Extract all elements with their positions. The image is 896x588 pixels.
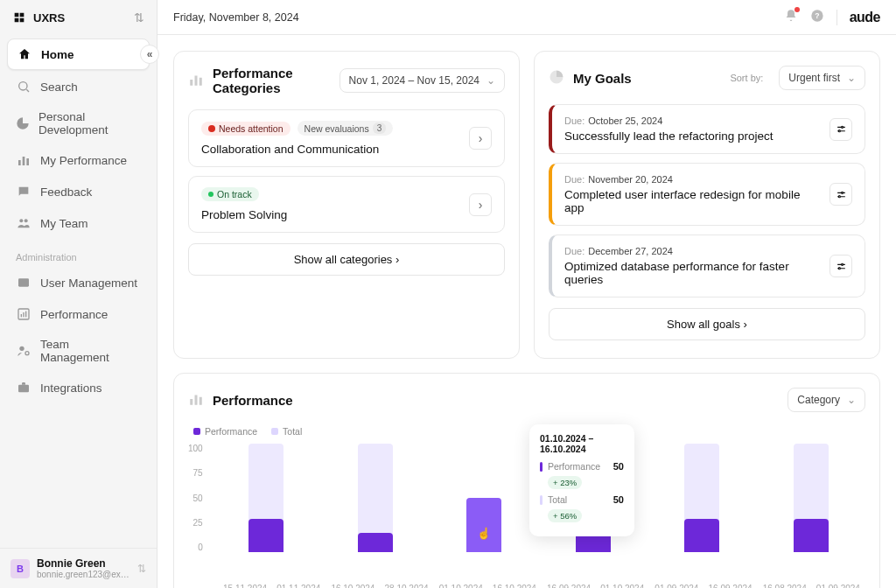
notifications-button[interactable] bbox=[784, 9, 798, 25]
nav-home[interactable]: Home « bbox=[7, 38, 150, 70]
x-tick: 16.10.2024 – 28.10.2024 bbox=[326, 584, 433, 588]
open-category-button[interactable]: › bbox=[469, 193, 492, 216]
show-all-goals-button[interactable]: Show all goals › bbox=[549, 308, 865, 340]
nav-label: Team Management bbox=[40, 338, 141, 364]
user-card[interactable]: B Bonnie Green bonnie.green123@example.c… bbox=[0, 548, 157, 588]
svg-point-22 bbox=[838, 195, 840, 197]
category-title: Collaboration and Communication bbox=[201, 143, 460, 156]
goal-item[interactable]: Due:December 27, 2024 Optimized database… bbox=[549, 234, 865, 298]
search-icon bbox=[16, 79, 32, 94]
nav-admin-heading: Administration bbox=[7, 240, 150, 268]
bar-total bbox=[794, 444, 829, 552]
chevron-updown-icon: ⇅ bbox=[134, 10, 144, 24]
tooltip-total-label: Total bbox=[548, 494, 608, 505]
svg-rect-3 bbox=[26, 158, 29, 165]
chart-column[interactable] bbox=[358, 444, 393, 552]
avatar: B bbox=[10, 559, 30, 578]
show-all-categories-button[interactable]: Show all categories › bbox=[188, 243, 505, 276]
goal-title: Optimized database performance for faste… bbox=[564, 260, 821, 286]
date-range-value: Nov 1, 2024 – Nov 15, 2024 bbox=[349, 74, 480, 87]
tooltip-perf-value: 50 bbox=[613, 461, 624, 472]
chevron-down-icon: ⌄ bbox=[486, 74, 495, 87]
user-info: Bonnie Green bonnie.green123@example.c..… bbox=[37, 557, 130, 579]
open-category-button[interactable]: › bbox=[469, 127, 492, 150]
nav-label: Search bbox=[40, 80, 78, 94]
performance-category-item[interactable]: Needs attention New evaluaions3Collabora… bbox=[188, 109, 505, 167]
bars-icon bbox=[16, 152, 32, 168]
goal-item[interactable]: Due:November 20, 2024 Completed user int… bbox=[549, 163, 865, 226]
workspace-name: UXRS bbox=[33, 11, 127, 24]
nav-personal-dev[interactable]: Personal Development bbox=[7, 103, 150, 144]
performance-category-item[interactable]: On trackProblem Solving › bbox=[188, 176, 505, 233]
nav-search[interactable]: Search bbox=[7, 72, 150, 102]
nav-team-management[interactable]: Team Management bbox=[7, 331, 150, 371]
chart-tooltip: 01.10.2024 – 16.10.2024 Performance50 + … bbox=[529, 424, 634, 536]
chart-column[interactable] bbox=[248, 444, 284, 552]
chart-legend: Performance Total bbox=[188, 426, 865, 437]
chevron-right-icon: › bbox=[744, 318, 747, 331]
svg-rect-27 bbox=[200, 396, 202, 404]
chart-category-value: Category bbox=[797, 394, 840, 406]
help-button[interactable]: ? bbox=[810, 9, 824, 25]
chevron-down-icon: ⌄ bbox=[847, 72, 856, 84]
team-icon bbox=[16, 215, 32, 231]
bars-icon bbox=[188, 72, 204, 90]
svg-rect-6 bbox=[18, 278, 29, 286]
goal-settings-button[interactable] bbox=[830, 118, 852, 141]
svg-point-21 bbox=[841, 192, 843, 193]
svg-rect-17 bbox=[195, 75, 198, 85]
chart-column[interactable] bbox=[794, 444, 829, 552]
goal-settings-button[interactable] bbox=[830, 255, 852, 277]
dot-icon bbox=[208, 125, 215, 132]
nav-performance-admin[interactable]: Performance bbox=[7, 299, 150, 329]
show-all-label: Show all categories bbox=[294, 253, 393, 266]
nav-integrations[interactable]: Integrations bbox=[7, 373, 150, 402]
chart-column[interactable] bbox=[684, 444, 719, 552]
date-range-select[interactable]: Nov 1, 2024 – Nov 15, 2024 ⌄ bbox=[340, 68, 505, 93]
sort-select[interactable]: Urgent first ⌄ bbox=[779, 66, 865, 90]
svg-point-5 bbox=[24, 219, 28, 222]
topbar: Friday, November 8, 2024 ? aude bbox=[158, 0, 896, 35]
bar-total bbox=[248, 444, 284, 552]
tooltip-perf-pct: + 23% bbox=[548, 476, 582, 489]
x-tick: 15.11.2024 – 01.11.2024 bbox=[218, 584, 326, 588]
chart-column[interactable]: ☝ bbox=[466, 444, 501, 552]
user-gear-icon bbox=[16, 343, 32, 359]
legend-label: Performance bbox=[205, 426, 257, 437]
divider bbox=[836, 10, 837, 25]
id-icon bbox=[16, 275, 32, 290]
bar-performance bbox=[794, 519, 829, 552]
status-badge-needs-attention: Needs attention bbox=[201, 122, 290, 136]
svg-point-12 bbox=[25, 352, 29, 355]
bar-performance bbox=[248, 519, 284, 552]
bar-total bbox=[684, 444, 719, 552]
svg-rect-16 bbox=[190, 80, 192, 86]
nav-my-performance[interactable]: My Performance bbox=[7, 145, 150, 175]
notification-dot-icon bbox=[794, 7, 800, 12]
chat-icon bbox=[16, 184, 32, 200]
workspace-switcher[interactable]: UXRS ⇅ bbox=[0, 0, 157, 35]
legend-swatch-total bbox=[271, 428, 278, 435]
workspace-logo-icon bbox=[12, 10, 26, 24]
chevron-down-icon: ⌄ bbox=[847, 394, 856, 406]
nav-my-team[interactable]: My Team bbox=[7, 208, 150, 238]
show-all-label: Show all goals bbox=[667, 318, 740, 331]
nav-label: Feedback bbox=[40, 186, 92, 199]
card-title: Performance Categories bbox=[213, 66, 331, 95]
y-tick: 75 bbox=[188, 468, 203, 478]
goal-settings-button[interactable] bbox=[830, 183, 852, 206]
pie-icon bbox=[549, 69, 564, 88]
goal-due: Due:October 25, 2024 bbox=[564, 116, 821, 126]
svg-point-20 bbox=[838, 130, 840, 132]
nav-label: My Performance bbox=[40, 154, 127, 167]
nav-user-management[interactable]: User Management bbox=[7, 268, 150, 298]
new-evaluations-badge: New evaluaions3 bbox=[298, 121, 394, 136]
chart-category-select[interactable]: Category ⌄ bbox=[788, 388, 865, 412]
goal-item[interactable]: Due:October 25, 2024 Successfully lead t… bbox=[549, 104, 865, 154]
nav-feedback[interactable]: Feedback bbox=[7, 177, 150, 206]
tooltip-swatch-total bbox=[540, 495, 542, 505]
sidebar-collapse-button[interactable]: « bbox=[140, 45, 159, 64]
y-tick: 25 bbox=[188, 518, 203, 528]
tooltip-range: 01.10.2024 – 16.10.2024 bbox=[540, 433, 624, 454]
goal-title: Completed user interface redesign for mo… bbox=[564, 188, 821, 214]
